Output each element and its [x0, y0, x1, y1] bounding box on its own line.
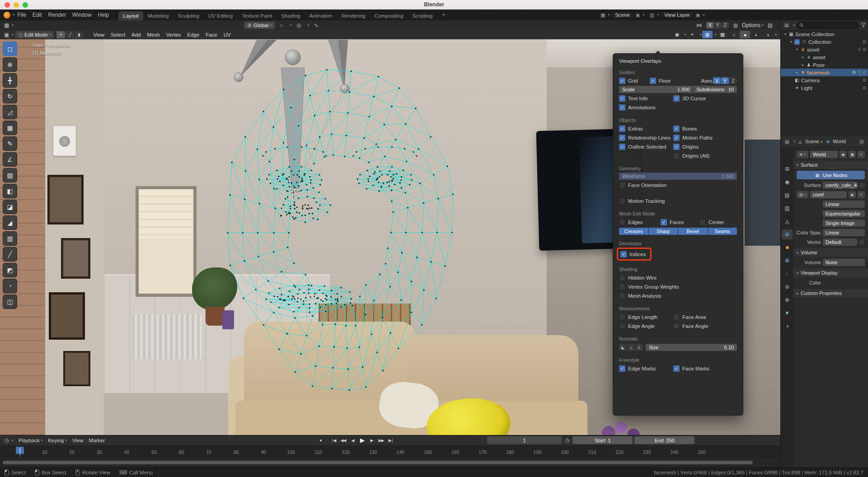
properties-tab-modifiers[interactable]: ⚙ [782, 256, 793, 266]
eye-icon[interactable]: ⊙ [863, 70, 866, 75]
overlay-toggle-relationship_lines[interactable]: Relationship Lines [619, 135, 673, 141]
overlay-toggle-center[interactable]: Center [699, 219, 724, 225]
overlays-dropdown-chevron-icon[interactable]: ▾ [715, 33, 717, 37]
checkbox-hidden_wire[interactable] [619, 275, 625, 281]
orientation-dropdown[interactable]: ⊕ Global ▾ [244, 22, 275, 29]
add-workspace-button[interactable]: + [440, 12, 447, 18]
play-button[interactable]: ▶ [358, 436, 366, 444]
prev-keyframe-button[interactable]: ◀◀ [339, 436, 347, 444]
properties-tab-constraints[interactable]: ⊗ [782, 295, 793, 305]
overlay-toggle-faces[interactable]: Faces [661, 219, 699, 225]
disclosure-triangle-icon[interactable]: ▸ [794, 70, 800, 75]
overlay-toggle-mesh_analysis[interactable]: Mesh Analysis [619, 293, 662, 299]
overlay-toggle-face_orientation[interactable]: Face Orientation [619, 182, 666, 188]
overlay-toggle-hidden_wire[interactable]: Hidden Wire [619, 275, 657, 281]
mode-dropdown[interactable]: ◇ Edit Mode ▾ [15, 31, 54, 38]
overlay-toggle-origins_all[interactable]: Origins (All) [673, 153, 737, 159]
annotate-tool-button[interactable]: ✎ [3, 136, 17, 151]
pin-icon[interactable]: ◎ [858, 138, 865, 145]
view-layer-name[interactable]: View Layer [660, 11, 694, 19]
overlay-toggle-edges[interactable]: Edges [619, 219, 661, 225]
prev-frame-button[interactable]: ◀ [348, 436, 357, 444]
surface-shader-dropdown[interactable]: comfy_cafe_4k.exr [823, 182, 857, 189]
checkbox-vgw[interactable] [619, 284, 625, 290]
volume-dropdown[interactable]: None [823, 259, 865, 266]
timeline-editor-type[interactable]: ◷ ▾ [3, 437, 13, 444]
gizmos-toggle-icon[interactable]: ⌖ [687, 31, 697, 38]
loop-cut-tool-button[interactable]: ▥ [3, 231, 17, 246]
menu-render[interactable]: Render [45, 12, 69, 18]
checkbox-annotations[interactable] [619, 104, 625, 111]
image-name-field[interactable]: comf [810, 191, 847, 198]
overlay-toggle-face_angle[interactable]: Face Angle [673, 323, 737, 329]
rotate-tool-button[interactable]: ↻ [3, 89, 17, 103]
properties-editor-icon[interactable]: ▤ [784, 139, 790, 144]
snap-magnet-icon[interactable]: ∩ [278, 22, 285, 28]
overlay-toggle-motion_paths[interactable]: Motion Paths [673, 135, 737, 141]
properties-tab-render[interactable]: ◉ [782, 177, 793, 187]
scene-selector[interactable]: ▦ ▾ Scene ▣ × [601, 11, 645, 19]
viewport-menu-edge[interactable]: Edge [184, 32, 202, 37]
proportional-editing-icon[interactable]: ◎ [295, 22, 302, 28]
menu-edit[interactable]: Edit [29, 12, 45, 18]
workspace-tab-texture-paint[interactable]: Texture Paint [237, 11, 277, 20]
edge-select-mode-button[interactable]: ╱ [66, 31, 74, 38]
modifier-icon[interactable]: ⚙ [852, 70, 856, 75]
extra-options-icon[interactable]: ▤ [766, 22, 774, 28]
viewport-menu-mesh[interactable]: Mesh [144, 32, 163, 37]
frame-ruler[interactable]: 1 11020304050607080901001101201301401501… [0, 446, 780, 457]
eye-icon[interactable]: ⊙ [863, 47, 866, 52]
transform-tool-button[interactable]: ▦ [3, 121, 17, 135]
disclosure-triangle-icon[interactable]: ▾ [794, 47, 800, 51]
record-button[interactable]: ● [316, 436, 325, 444]
mesh-edges[interactable] [228, 70, 453, 390]
viewport-menu-face[interactable]: Face [202, 32, 221, 37]
grid-subdivisions-field[interactable]: Subdivisions10 [693, 86, 737, 93]
checkbox-bones[interactable] [673, 126, 680, 132]
breadcrumb-world[interactable]: World [833, 139, 846, 144]
jump-end-button[interactable]: ▶∣ [386, 436, 395, 444]
checkbox-edges[interactable] [619, 219, 625, 225]
properties-tab-world[interactable]: ⊕ [782, 229, 793, 239]
overlays-toggle-icon[interactable]: ◍ [702, 31, 713, 38]
armature-bones[interactable] [234, 40, 349, 190]
scale-tool-button[interactable]: ◿ [3, 105, 17, 119]
grid-scale-field[interactable]: Scale1.000 [619, 86, 693, 93]
workspace-tab-modeling[interactable]: Modeling [143, 11, 174, 20]
overlay-toggle-edge_length[interactable]: Edge Length [619, 314, 673, 320]
shading-rendered-icon[interactable]: ◑ [762, 31, 773, 38]
chevron-down-icon[interactable]: ▾ [12, 23, 14, 27]
disclosure-triangle-icon[interactable]: ▸ [800, 55, 806, 59]
checkbox-indices[interactable] [620, 251, 627, 257]
chevron-down-icon[interactable]: ▾ [699, 33, 701, 37]
timeline-scrollbar[interactable] [0, 457, 780, 468]
overlay-toggle-edge_angle[interactable]: Edge Angle [619, 323, 673, 329]
edge-button-creases[interactable]: Creases [619, 228, 648, 235]
axis-toggle-z[interactable]: Z [729, 77, 737, 84]
overlay-toggle-outline_selected[interactable]: Outline Selected [619, 144, 673, 150]
workspace-tab-uv-editing[interactable]: UV Editing [204, 11, 237, 20]
move-tool-button[interactable]: ╋ [3, 73, 17, 88]
edge-button-sharp[interactable]: Sharp [649, 228, 678, 235]
mirror-axis-z[interactable]: Z [722, 22, 729, 28]
vertex-select-mode-button[interactable]: • [56, 31, 65, 38]
overlay-toggle-cursor_3d[interactable]: 3D Cursor [673, 95, 737, 102]
menu-help[interactable]: Help [95, 12, 113, 18]
checkbox-mesh_analysis[interactable] [619, 293, 625, 299]
xray-toggle-icon[interactable]: ▩ [717, 31, 727, 38]
scene-browse-icon[interactable]: ▦ [601, 12, 605, 18]
checkbox-face_orientation[interactable] [619, 182, 625, 188]
wireframe-slider[interactable]: Wireframe1.000 [619, 173, 737, 180]
overlay-toggle-extras[interactable]: Extras [619, 126, 673, 132]
checkbox-edge_length[interactable] [619, 314, 625, 320]
edge-button-bevel[interactable]: Bevel [678, 228, 708, 235]
eye-icon[interactable]: ⊙ [863, 39, 866, 44]
use-nodes-button[interactable]: ▦ Use Nodes [797, 171, 865, 179]
properties-tab-material[interactable]: ◑ [782, 321, 793, 331]
unlink-image-icon[interactable]: × [858, 191, 865, 198]
outliner-item-collection[interactable]: ▾□Collection⊙ [781, 38, 868, 46]
world-browse-button[interactable]: ⊕▾ [797, 151, 808, 158]
chevron-down-icon[interactable]: ▾ [793, 23, 795, 27]
add-cube-tool-button[interactable]: ▧ [3, 168, 17, 182]
snap-options-icon[interactable]: ◍ [732, 22, 739, 28]
